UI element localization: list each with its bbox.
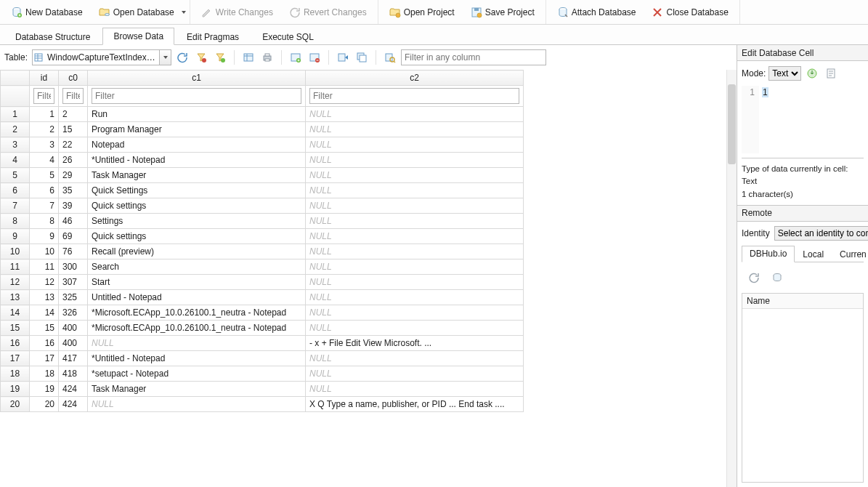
cell-c0[interactable]: 69 [59,229,88,244]
cell-c1[interactable]: *Microsoft.ECApp_10.0.26100.1_neutra - N… [88,321,306,336]
cell-id[interactable]: 19 [30,382,59,397]
remote-tab-local[interactable]: Local [795,246,832,262]
cell-id[interactable]: 1 [30,107,59,122]
cell-c2[interactable]: NULL [306,183,524,198]
cell-id[interactable]: 14 [30,305,59,321]
cell-c2[interactable]: NULL [306,351,524,366]
import-cell-button[interactable] [823,65,839,81]
cell-c2[interactable]: NULL [306,153,524,168]
remote-name-list[interactable]: Name [742,293,864,483]
column-header-c0[interactable]: c0 [59,71,88,86]
cell-editor[interactable]: 1 1 [742,86,864,158]
cell-c1[interactable]: *setupact - Notepad [88,366,306,382]
column-header-id[interactable]: id [30,71,59,86]
row-header[interactable]: 12 [1,275,30,290]
open-database-dropdown[interactable] [181,3,187,22]
row-header[interactable]: 10 [1,244,30,259]
row-header[interactable]: 6 [1,183,30,198]
cell-c2[interactable]: NULL [306,168,524,183]
cell-c1[interactable]: *Microsoft.ECApp_10.0.26100.1_neutra - N… [88,305,306,321]
save-filter-button[interactable] [212,49,228,65]
column-header-c2[interactable]: c2 [306,71,524,86]
cell-c1[interactable]: Recall (preview) [88,244,306,259]
export-cell-button[interactable] [804,65,820,81]
cell-c0[interactable]: 325 [59,290,88,305]
remote-tab-current[interactable]: Curren [832,246,868,262]
cell-id[interactable]: 4 [30,153,59,168]
cell-c2[interactable]: NULL [306,275,524,290]
cell-id[interactable]: 12 [30,275,59,290]
table-row[interactable]: 2020424NULLX Q Type a name, publisher, o… [1,397,524,412]
cell-id[interactable]: 15 [30,321,59,336]
cell-c0[interactable]: 424 [59,382,88,397]
table-selector[interactable]: WindowCaptureTextIndex_content [32,49,171,65]
open-database-button[interactable]: Open Database [92,3,181,22]
cell-c0[interactable]: 26 [59,153,88,168]
row-header[interactable]: 13 [1,290,30,305]
row-header[interactable]: 4 [1,153,30,168]
remote-tab-dbhub[interactable]: DBHub.io [742,246,795,262]
cell-c2[interactable]: NULL [306,290,524,305]
table-row[interactable]: 1616400NULL- x + File Edit View Microsof… [1,336,524,351]
close-database-button[interactable]: Close Database [645,3,734,22]
table-row[interactable]: 1414326*Microsoft.ECApp_10.0.26100.1_neu… [1,305,524,321]
table-row[interactable]: 8846SettingsNULL [1,214,524,229]
corner-header[interactable] [1,71,30,86]
row-header[interactable]: 8 [1,214,30,229]
tab-edit-pragmas[interactable]: Edit Pragmas [176,28,250,45]
row-header[interactable]: 19 [1,382,30,397]
table-row[interactable]: 1717417*Untitled - NotepadNULL [1,351,524,366]
cell-c2[interactable]: NULL [306,229,524,244]
cell-c0[interactable]: 15 [59,122,88,137]
tab-database-structure[interactable]: Database Structure [4,28,101,45]
table-row[interactable]: 112RunNULL [1,107,524,122]
table-row[interactable]: 9969Quick settingsNULL [1,229,524,244]
cell-id[interactable]: 11 [30,259,59,275]
delete-record-button[interactable] [307,49,323,65]
table-row[interactable]: 1919424Task ManagerNULL [1,382,524,397]
cell-c1[interactable]: Quick Settings [88,183,306,198]
cell-c2[interactable]: NULL [306,366,524,382]
cell-c1[interactable]: *Untitled - Notepad [88,153,306,168]
tab-browse-data[interactable]: Browse Data [102,28,174,45]
cell-id[interactable]: 5 [30,168,59,183]
cell-c2[interactable]: NULL [306,259,524,275]
cell-c1[interactable]: Settings [88,214,306,229]
cell-c1[interactable]: Quick settings [88,229,306,244]
row-header[interactable]: 2 [1,122,30,137]
cell-c1[interactable]: Untitled - Notepad [88,290,306,305]
row-header[interactable]: 18 [1,366,30,382]
cell-id[interactable]: 7 [30,198,59,214]
row-header[interactable]: 15 [1,321,30,336]
print-button[interactable] [259,49,275,65]
cell-c0[interactable]: 400 [59,336,88,351]
cell-c0[interactable]: 22 [59,137,88,153]
remote-refresh-button[interactable] [746,270,762,286]
tab-execute-sql[interactable]: Execute SQL [251,28,325,45]
cell-c1[interactable]: Program Manager [88,122,306,137]
identity-select[interactable]: Select an identity to con [774,226,868,241]
cell-c1[interactable]: Start [88,275,306,290]
cell-id[interactable]: 9 [30,229,59,244]
mode-select[interactable]: Text [768,66,801,81]
row-header[interactable]: 1 [1,107,30,122]
cell-c2[interactable]: X Q Type a name, publisher, or PID ... E… [306,397,524,412]
column-header-c1[interactable]: c1 [88,71,306,86]
cell-id[interactable]: 17 [30,351,59,366]
cell-c2[interactable]: NULL [306,305,524,321]
table-row[interactable]: 101076Recall (preview)NULL [1,244,524,259]
cell-c1[interactable]: NULL [88,397,306,412]
cell-id[interactable]: 2 [30,122,59,137]
cell-c1[interactable]: NULL [88,336,306,351]
editor-content[interactable]: 1 [759,86,864,153]
cell-c1[interactable]: *Untitled - Notepad [88,351,306,366]
cell-id[interactable]: 10 [30,244,59,259]
cell-c1[interactable]: Task Manager [88,382,306,397]
row-header[interactable]: 7 [1,198,30,214]
goto-record-button[interactable] [335,49,351,65]
cell-c2[interactable]: NULL [306,321,524,336]
table-row[interactable]: 1212307StartNULL [1,275,524,290]
vertical-scrollbar[interactable] [726,70,737,487]
filter-input-c2[interactable] [309,88,519,104]
table-selector-dropdown[interactable] [159,50,171,65]
